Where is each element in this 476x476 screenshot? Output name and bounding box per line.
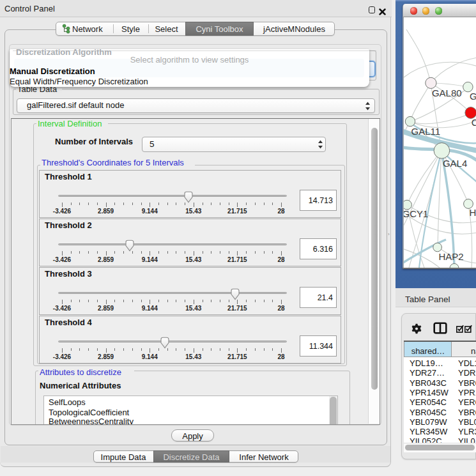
svg-text:GA: GA (470, 91, 476, 102)
svg-text:GAL80: GAL80 (432, 88, 462, 98)
svg-text:HAP2: HAP2 (438, 251, 463, 262)
svg-text:GAL4: GAL4 (443, 158, 467, 169)
svg-text:H: H (470, 207, 476, 218)
svg-text:GAL11: GAL11 (411, 126, 441, 137)
svg-text:GCY1: GCY1 (404, 208, 428, 219)
svg-text:C: C (472, 117, 476, 128)
